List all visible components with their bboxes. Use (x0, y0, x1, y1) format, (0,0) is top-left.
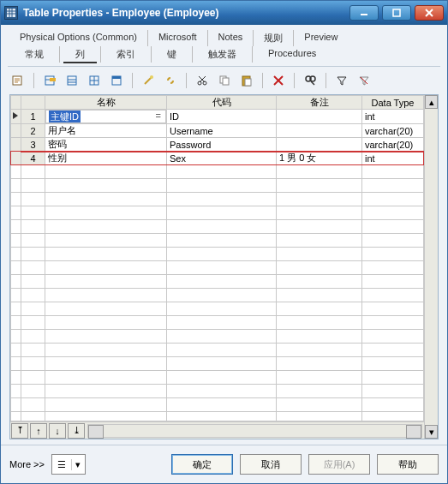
list-icon[interactable] (108, 72, 125, 89)
chevron-down-icon: ▾ (71, 459, 85, 470)
table-icon (4, 6, 18, 20)
window-title: Table Properties - Employee (Employee) (23, 7, 349, 19)
toolbar (1, 67, 447, 94)
horizontal-scrollbar[interactable] (87, 424, 422, 438)
table-row[interactable]: 2用户名Usernamevarchar(20) (11, 124, 424, 138)
scroll-up-icon[interactable]: ▴ (425, 95, 438, 109)
link-icon[interactable] (162, 72, 179, 89)
view-dropdown[interactable]: ☰ ▾ (51, 454, 86, 475)
footer: More >> ☰ ▾ 确定 取消 应用(A) 帮助 (1, 445, 447, 483)
nav-last-icon[interactable]: ⤓ (68, 423, 85, 439)
filter-clear-icon[interactable] (355, 72, 373, 89)
cancel-button[interactable]: 取消 (240, 454, 302, 475)
svg-rect-30 (245, 79, 251, 86)
svg-line-36 (361, 77, 367, 84)
table-row[interactable]: 3密码Passwordvarchar(20) (11, 138, 424, 152)
titlebar: Table Properties - Employee (Employee) (1, 1, 447, 25)
tab-notes[interactable]: Notes (207, 30, 254, 46)
nav-down-icon[interactable]: ↓ (49, 423, 66, 439)
table-row[interactable]: 4性别Sex1 男 0 女int (11, 152, 424, 165)
tab-索引[interactable]: 索引 (100, 46, 151, 63)
grid-panel: 名称 代码 备注 Data Type 1主键ID=IDint2用户名Userna… (9, 94, 439, 439)
tab-触发器[interactable]: 触发器 (192, 46, 252, 63)
nav-up-icon[interactable]: ↑ (30, 423, 47, 439)
copy-icon[interactable] (216, 72, 233, 89)
more-button[interactable]: More >> (9, 459, 45, 469)
insert-row-icon[interactable] (41, 72, 58, 89)
wand-icon[interactable] (140, 72, 157, 89)
tab-microsoft[interactable]: Microsoft (147, 30, 207, 46)
tab-键[interactable]: 键 (151, 46, 192, 63)
list-view-icon: ☰ (52, 459, 71, 470)
vertical-scrollbar[interactable]: ▴ ▾ (424, 95, 438, 439)
filter-icon[interactable] (333, 72, 350, 89)
window-buttons (349, 5, 444, 21)
minimize-button[interactable] (349, 5, 379, 21)
grid-nav-bar: ⤒ ↑ ↓ ⤓ (10, 421, 424, 439)
col-code-header[interactable]: 代码 (167, 96, 277, 110)
close-button[interactable] (415, 5, 444, 21)
col-remark-header[interactable]: 备注 (277, 96, 362, 110)
svg-rect-28 (223, 78, 229, 85)
svg-rect-13 (68, 76, 76, 85)
scroll-down-icon[interactable]: ▾ (425, 425, 438, 439)
add-row-icon[interactable] (63, 72, 81, 89)
columns-grid[interactable]: 名称 代码 备注 Data Type 1主键ID=IDint2用户名Userna… (10, 95, 424, 165)
paste-icon[interactable] (238, 72, 255, 89)
tab-row-1: Physical Options (Common)MicrosoftNotes规… (9, 30, 439, 46)
ok-button[interactable]: 确定 (171, 454, 233, 475)
tab-physical-options-common-[interactable]: Physical Options (Common) (9, 30, 147, 46)
apply-button[interactable]: 应用(A) (308, 454, 370, 475)
grid-icon[interactable] (86, 72, 103, 89)
grid-empty-rows[interactable] (10, 165, 424, 421)
col-datatype-header[interactable]: Data Type (362, 96, 424, 110)
nav-first-icon[interactable]: ⤒ (11, 423, 28, 439)
properties-icon[interactable] (9, 72, 27, 89)
help-button[interactable]: 帮助 (377, 454, 439, 475)
svg-rect-6 (393, 9, 400, 16)
col-name-header[interactable]: 名称 (45, 96, 167, 110)
tabs: Physical Options (Common)MicrosoftNotes规… (1, 25, 447, 63)
tab-preview[interactable]: Preview (293, 30, 348, 46)
tab-常规[interactable]: 常规 (9, 46, 59, 63)
delete-icon[interactable] (270, 72, 287, 89)
svg-rect-12 (50, 78, 56, 81)
table-row[interactable]: 1主键ID=IDint (11, 110, 424, 124)
svg-rect-0 (7, 9, 15, 17)
svg-point-22 (150, 75, 153, 79)
maximize-button[interactable] (382, 5, 411, 21)
tab--[interactable]: 规则 (253, 30, 293, 46)
find-icon[interactable] (302, 72, 319, 89)
window: Table Properties - Employee (Employee) P… (0, 0, 448, 484)
cut-icon[interactable] (194, 72, 211, 89)
grid-header-row: 名称 代码 备注 Data Type (11, 96, 424, 110)
svg-rect-20 (112, 76, 121, 79)
tab-row-2: 常规列索引键触发器Procedures (9, 46, 439, 63)
tab-Procedures[interactable]: Procedures (252, 46, 332, 63)
tab-列[interactable]: 列 (59, 46, 100, 63)
